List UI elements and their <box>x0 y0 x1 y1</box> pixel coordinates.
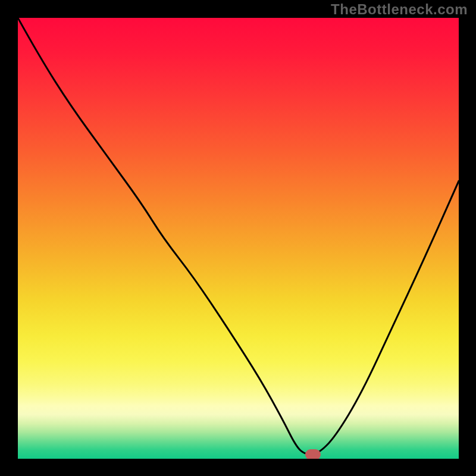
optimal-point-marker <box>305 449 321 459</box>
plot-area <box>18 18 459 459</box>
watermark-label: TheBottleneck.com <box>331 1 468 18</box>
chart-frame: TheBottleneck.com <box>0 0 476 476</box>
bottleneck-curve <box>18 18 459 459</box>
bottleneck-curve-path <box>18 18 459 455</box>
